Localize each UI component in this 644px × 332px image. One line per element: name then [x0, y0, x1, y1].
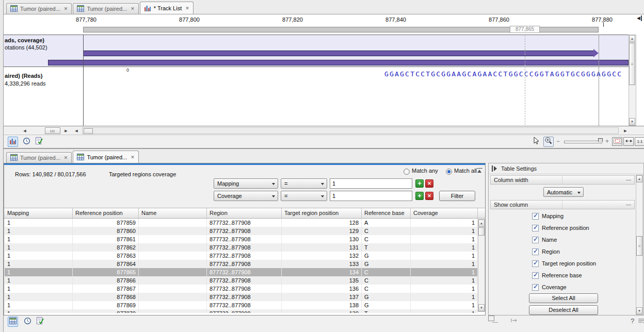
top-tab-track-list[interactable]: * Track List✕ — [140, 2, 194, 14]
filter-column-dropdown[interactable]: Coverage — [214, 191, 278, 201]
table-row[interactable]: 1877867877732..877908136C1 — [5, 285, 478, 293]
column-header-reference-base[interactable]: Reference base — [362, 208, 411, 218]
zoom-100-button[interactable]: 1:1 — [635, 137, 644, 146]
table-row[interactable]: 1877869877732..877908138G1 — [5, 301, 478, 309]
add-filter-button[interactable]: + — [415, 179, 424, 188]
table-row[interactable]: 1877868877732..877908137G1 — [5, 293, 478, 301]
checkbox-reference-base[interactable] — [532, 272, 539, 279]
pan-left-button[interactable]: ◀ — [19, 127, 30, 134]
scroll-down-button[interactable]: ▼ — [636, 307, 642, 314]
checkbox-mapping[interactable] — [532, 213, 539, 220]
column-header-region[interactable]: Region — [207, 208, 282, 218]
match-all-radio[interactable] — [446, 169, 452, 175]
show-column-option-target-region-position[interactable]: Target region position — [532, 259, 596, 268]
close-icon[interactable]: ✕ — [131, 155, 135, 160]
dock-panel-icon[interactable] — [511, 318, 518, 324]
remove-filter-button[interactable]: ✕ — [425, 192, 433, 200]
element-info-button[interactable] — [34, 137, 44, 147]
table-row[interactable]: 1877866877732..877908135C1 — [5, 276, 478, 285]
settings-title-row[interactable]: Table Settings — [489, 163, 643, 174]
checkbox-name[interactable] — [532, 237, 539, 243]
table-row[interactable]: 1877861877732..877908130C1 — [5, 235, 478, 243]
remove-filter-button[interactable]: ✕ — [425, 179, 433, 188]
track-vertical-scrollbar[interactable]: ▲ ≡ ▼ — [629, 35, 636, 126]
checkbox-coverage[interactable] — [532, 284, 539, 291]
checkbox-region[interactable] — [532, 248, 539, 255]
bottom-tab-tumor-paired[interactable]: Tumor (paired...✕ — [6, 152, 72, 163]
table-vertical-scrollbar[interactable]: ▲ ▼ — [478, 219, 485, 312]
close-icon[interactable]: ✕ — [131, 6, 135, 11]
column-width-section-header[interactable]: Column width — — [490, 175, 635, 185]
scroll-down-button[interactable]: ▼ — [478, 304, 485, 311]
filter-value-input[interactable] — [330, 178, 412, 189]
history-view-button[interactable] — [21, 137, 31, 147]
bottom-tab-tumor-paired[interactable]: Tumor (paired...✕ — [73, 151, 138, 163]
show-column-section-header[interactable]: Show column — — [490, 200, 635, 209]
column-header-coverage[interactable]: Coverage — [411, 208, 478, 218]
scroll-up-button[interactable]: ▲ — [636, 175, 642, 182]
selection-tool-button[interactable] — [531, 137, 541, 147]
top-tab-tumor-paired[interactable]: Tumor (paired...✕ — [73, 3, 138, 14]
transcript-annotation-bar[interactable] — [48, 60, 629, 65]
left-splitter[interactable] — [0, 0, 4, 332]
track-view-mode-button[interactable] — [8, 137, 18, 147]
table-row[interactable]: 1877859877732..877908128A1 — [5, 219, 478, 227]
minimize-icon[interactable]: — — [626, 201, 631, 209]
zoom-in-icon[interactable]: + — [605, 138, 609, 145]
table-row[interactable]: 1877860877732..877908129C1 — [5, 227, 478, 235]
zoom-out-icon[interactable]: − — [556, 138, 560, 145]
select-all-button[interactable]: Select All — [529, 293, 598, 303]
scroll-down-button[interactable]: ▼ — [629, 118, 635, 125]
column-header-reference-position[interactable]: Reference position — [73, 208, 139, 218]
table-row[interactable]: 1877862877732..877908131T1 — [5, 243, 478, 252]
match-any-radio[interactable] — [404, 169, 410, 175]
close-icon[interactable]: ✕ — [64, 6, 68, 11]
scroll-up-button[interactable]: ▲ — [478, 220, 485, 227]
filter-value-input[interactable] — [330, 191, 412, 201]
zoom-slider[interactable] — [564, 141, 602, 143]
collapse-filter-icon[interactable] — [477, 168, 482, 173]
scroll-left-button[interactable]: ◀ — [72, 127, 81, 134]
splitter-handle[interactable]: III — [45, 127, 60, 134]
scroll-thumb[interactable]: ≡ — [636, 236, 642, 256]
close-icon[interactable]: ✕ — [185, 6, 189, 11]
scroll-thumb[interactable] — [478, 227, 485, 236]
horizontal-scroll-thumb[interactable] — [84, 128, 93, 134]
checkbox-reference-position[interactable] — [532, 225, 539, 231]
zoom-in-tool-button[interactable] — [543, 137, 554, 147]
column-width-dropdown[interactable]: Automatic — [543, 187, 584, 197]
element-info-button[interactable] — [35, 317, 45, 327]
table-row[interactable]: 1877864877732..877908133G1 — [5, 260, 478, 268]
column-header-mapping[interactable]: Mapping — [5, 208, 73, 218]
scroll-up-button[interactable]: ▲ — [629, 35, 635, 42]
show-column-option-mapping[interactable]: Mapping — [532, 212, 564, 220]
pan-right-button[interactable]: ▶ — [61, 127, 71, 134]
show-column-option-reference-base[interactable]: Reference base — [532, 271, 582, 279]
scroll-thumb[interactable]: ≡ — [629, 43, 635, 85]
minimize-icon[interactable]: — — [626, 176, 631, 184]
table-row[interactable]: 1877865877732..877908134C1 — [5, 268, 478, 276]
settings-vertical-scrollbar[interactable]: ▲ ≡ ▼ — [636, 175, 643, 315]
gene-annotation-arrow[interactable] — [83, 51, 593, 56]
collapse-panel-icon[interactable]: ◀ — [637, 15, 642, 21]
table-view-mode-button[interactable] — [8, 317, 18, 327]
help-icon[interactable]: ? — [631, 317, 634, 325]
minimize-panel-icon[interactable]: — — [492, 319, 498, 325]
filter-operator-dropdown[interactable]: = — [281, 191, 327, 201]
column-header-name[interactable]: Name — [139, 208, 207, 218]
close-icon[interactable]: ✕ — [64, 155, 68, 160]
fit-width-button[interactable] — [623, 137, 634, 146]
table-row[interactable]: 1877870877732..877908139T1 — [5, 309, 478, 313]
table-row[interactable]: 1877863877732..877908132G1 — [5, 252, 478, 260]
show-column-option-name[interactable]: Name — [532, 236, 557, 244]
scroll-right-button[interactable]: ▶ — [621, 127, 630, 134]
log-icon[interactable] — [638, 318, 644, 325]
filter-operator-dropdown[interactable]: = — [281, 178, 327, 189]
horizontal-scrollbar[interactable] — [82, 127, 619, 134]
deselect-all-button[interactable]: Deselect All — [529, 305, 598, 315]
fit-selection-button[interactable] — [612, 137, 622, 146]
add-filter-button[interactable]: + — [415, 192, 424, 200]
column-header-target-region-position[interactable]: Target region position — [282, 208, 362, 218]
show-column-option-coverage[interactable]: Coverage — [532, 283, 567, 291]
top-tab-tumor-paired[interactable]: Tumor (paired...✕ — [6, 3, 72, 14]
